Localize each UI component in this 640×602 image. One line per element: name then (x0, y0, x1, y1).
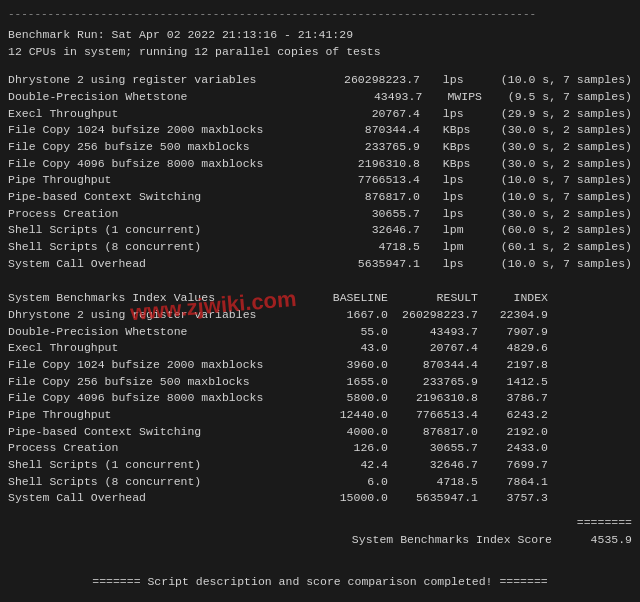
benchmark-row: Process Creation 30655.7 lps (30.0 s, 2 … (8, 206, 632, 223)
row-result: 233765.9 (388, 374, 478, 391)
bench-value: 7766513.4 (320, 172, 420, 189)
row-label: Shell Scripts (1 concurrent) (8, 457, 308, 474)
bench-unit: lps (432, 189, 482, 206)
col-header-index: INDEX (478, 290, 548, 307)
row-index: 1412.5 (478, 374, 548, 391)
row-index: 2433.0 (478, 440, 548, 457)
benchmark-row: Dhrystone 2 using register variables 260… (8, 72, 632, 89)
row-index: 3786.7 (478, 390, 548, 407)
table-row: Dhrystone 2 using register variables 166… (8, 307, 632, 324)
row-baseline: 1667.0 (308, 307, 388, 324)
bench-samples: (9.5 s, 7 samples) (501, 89, 632, 106)
bench-samples: (30.0 s, 2 samples) (494, 139, 632, 156)
bench-samples: (60.0 s, 2 samples) (494, 222, 632, 239)
bench-unit: KBps (432, 122, 482, 139)
bench-value: 4718.5 (320, 239, 420, 256)
benchmark-row: File Copy 1024 bufsize 2000 maxblocks 87… (8, 122, 632, 139)
score-value: 4535.9 (562, 532, 632, 549)
bench-label: Execl Throughput (8, 106, 308, 123)
bench-label: Double-Precision Whetstone (8, 89, 308, 106)
row-label: File Copy 256 bufsize 500 maxblocks (8, 374, 308, 391)
benchmark-header: Benchmark Run: Sat Apr 02 2022 21:13:16 … (8, 27, 632, 60)
table-row: File Copy 4096 bufsize 8000 maxblocks 58… (8, 390, 632, 407)
row-baseline: 12440.0 (308, 407, 388, 424)
bench-value: 870344.4 (320, 122, 420, 139)
row-baseline: 1655.0 (308, 374, 388, 391)
score-separator: ======== (8, 515, 632, 532)
bench-label: Pipe Throughput (8, 172, 308, 189)
bench-samples: (10.0 s, 7 samples) (494, 256, 632, 273)
bench-unit: KBps (432, 139, 482, 156)
bench-samples: (30.0 s, 2 samples) (494, 122, 632, 139)
score-label: System Benchmarks Index Score (352, 532, 552, 549)
bench-label: File Copy 1024 bufsize 2000 maxblocks (8, 122, 308, 139)
row-baseline: 126.0 (308, 440, 388, 457)
table-body: Dhrystone 2 using register variables 166… (8, 307, 632, 507)
score-line: System Benchmarks Index Score 4535.9 (8, 532, 632, 549)
table-row: Process Creation 126.0 30655.7 2433.0 (8, 440, 632, 457)
bench-label: File Copy 4096 bufsize 8000 maxblocks (8, 156, 308, 173)
row-result: 2196310.8 (388, 390, 478, 407)
row-label: Double-Precision Whetstone (8, 324, 308, 341)
row-baseline: 42.4 (308, 457, 388, 474)
row-baseline: 15000.0 (308, 490, 388, 507)
col-header-label: System Benchmarks Index Values (8, 290, 308, 307)
bench-samples: (29.9 s, 2 samples) (494, 106, 632, 123)
benchmark-row: Execl Throughput 20767.4 lps (29.9 s, 2 … (8, 106, 632, 123)
row-baseline: 3960.0 (308, 357, 388, 374)
table-row: Execl Throughput 43.0 20767.4 4829.6 (8, 340, 632, 357)
row-result: 7766513.4 (388, 407, 478, 424)
row-label: Pipe Throughput (8, 407, 308, 424)
row-result: 20767.4 (388, 340, 478, 357)
terminal-window: ----------------------------------------… (8, 6, 632, 591)
bench-samples: (10.0 s, 7 samples) (494, 172, 632, 189)
bench-unit: lps (432, 256, 482, 273)
row-result: 870344.4 (388, 357, 478, 374)
bench-unit: lps (432, 106, 482, 123)
bench-value: 30655.7 (320, 206, 420, 223)
benchmark-row: Pipe-based Context Switching 876817.0 lp… (8, 189, 632, 206)
row-label: Dhrystone 2 using register variables (8, 307, 308, 324)
bench-unit: lps (432, 72, 482, 89)
bench-unit: lpm (432, 239, 482, 256)
benchmark-row: Pipe Throughput 7766513.4 lps (10.0 s, 7… (8, 172, 632, 189)
row-index: 7699.7 (478, 457, 548, 474)
benchmark-row: System Call Overhead 5635947.1 lps (10.0… (8, 256, 632, 273)
bench-value: 233765.9 (320, 139, 420, 156)
row-label: File Copy 1024 bufsize 2000 maxblocks (8, 357, 308, 374)
bench-samples: (60.1 s, 2 samples) (494, 239, 632, 256)
benchmark-results: Dhrystone 2 using register variables 260… (8, 72, 632, 272)
benchmark-row: File Copy 4096 bufsize 8000 maxblocks 21… (8, 156, 632, 173)
table-row: System Call Overhead 15000.0 5635947.1 3… (8, 490, 632, 507)
row-label: Shell Scripts (8 concurrent) (8, 474, 308, 491)
bench-value: 2196310.8 (320, 156, 420, 173)
row-label: File Copy 4096 bufsize 8000 maxblocks (8, 390, 308, 407)
table-row: Shell Scripts (8 concurrent) 6.0 4718.5 … (8, 474, 632, 491)
bench-label: System Call Overhead (8, 256, 308, 273)
row-index: 7864.1 (478, 474, 548, 491)
row-result: 4718.5 (388, 474, 478, 491)
bench-label: Shell Scripts (1 concurrent) (8, 222, 308, 239)
row-index: 22304.9 (478, 307, 548, 324)
benchmark-row: Double-Precision Whetstone 43493.7 MWIPS… (8, 89, 632, 106)
bench-label: Shell Scripts (8 concurrent) (8, 239, 308, 256)
footer-line: ======= Script description and score com… (8, 574, 632, 591)
row-result: 32646.7 (388, 457, 478, 474)
row-label: Pipe-based Context Switching (8, 424, 308, 441)
table-row: Double-Precision Whetstone 55.0 43493.7 … (8, 324, 632, 341)
row-result: 43493.7 (388, 324, 478, 341)
row-index: 2197.8 (478, 357, 548, 374)
row-result: 5635947.1 (388, 490, 478, 507)
bench-unit: lpm (432, 222, 482, 239)
table-row: Pipe Throughput 12440.0 7766513.4 6243.2 (8, 407, 632, 424)
header-line1: Benchmark Run: Sat Apr 02 2022 21:13:16 … (8, 27, 632, 44)
row-index: 7907.9 (478, 324, 548, 341)
bench-label: Dhrystone 2 using register variables (8, 72, 308, 89)
row-baseline: 5800.0 (308, 390, 388, 407)
row-label: Execl Throughput (8, 340, 308, 357)
row-index: 3757.3 (478, 490, 548, 507)
row-index: 2192.0 (478, 424, 548, 441)
bench-value: 5635947.1 (320, 256, 420, 273)
bench-unit: KBps (432, 156, 482, 173)
bench-label: File Copy 256 bufsize 500 maxblocks (8, 139, 308, 156)
